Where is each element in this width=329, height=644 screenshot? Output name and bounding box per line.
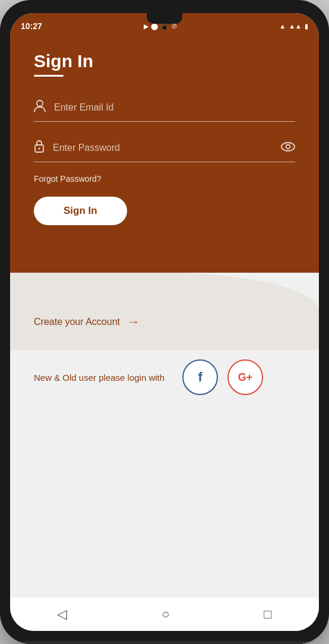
social-login-section: New & Old user please login with f G+ [34, 359, 295, 395]
create-account-row: Create your Account → [34, 314, 295, 330]
google-icon: G+ [238, 371, 253, 384]
sign-in-button[interactable]: Sign In [34, 197, 127, 225]
eye-icon[interactable] [281, 141, 295, 154]
svg-point-2 [39, 148, 40, 150]
forgot-password-link[interactable]: Forgot Password? [34, 174, 295, 184]
person-icon [34, 99, 46, 115]
page-title: Sign In [34, 51, 295, 71]
email-input-group [34, 93, 295, 122]
phone-frame: 10:27 ▶ ⬤ 📱 ℗ ▲ ▲▲ ▮ Sign In [0, 0, 329, 644]
status-time: 10:27 [21, 21, 42, 31]
recents-button[interactable]: □ [264, 607, 271, 622]
back-button[interactable]: ◁ [57, 607, 67, 622]
social-login-text: New & Old user please login with [34, 371, 164, 384]
phone-screen: 10:27 ▶ ⬤ 📱 ℗ ▲ ▲▲ ▮ Sign In [10, 13, 319, 631]
svg-point-3 [281, 143, 295, 151]
create-account-link[interactable]: Create your Account [34, 317, 120, 327]
password-input-group [34, 134, 295, 162]
facebook-icon: f [198, 370, 202, 385]
status-bar: 10:27 ▶ ⬤ 📱 ℗ ▲ ▲▲ ▮ [10, 13, 319, 39]
curved-bg [10, 273, 319, 350]
home-button[interactable]: ○ [162, 607, 169, 622]
status-right-icons: ▲ ▲▲ ▮ [279, 23, 308, 30]
title-underline [34, 75, 64, 77]
google-login-button[interactable]: G+ [227, 359, 263, 395]
brown-section: Sign In [10, 39, 319, 273]
notification-icon: ▶ [144, 23, 148, 30]
signal-icon: ▲▲ [289, 23, 302, 30]
social-icons: f G+ [182, 359, 263, 395]
white-section: Create your Account → New & Old user ple… [10, 273, 319, 407]
svg-point-0 [37, 100, 43, 106]
svg-point-4 [286, 145, 290, 149]
facebook-login-button[interactable]: f [182, 359, 218, 395]
notch [147, 13, 182, 24]
arrow-right-icon: → [127, 314, 140, 330]
password-field[interactable] [53, 143, 295, 153]
battery-full-icon: ▮ [305, 23, 308, 30]
bottom-bar [0, 641, 329, 644]
nav-bar: ◁ ○ □ [10, 598, 319, 631]
email-field[interactable] [54, 102, 295, 113]
wifi-icon: ▲ [279, 23, 286, 30]
lock-icon [34, 140, 45, 156]
